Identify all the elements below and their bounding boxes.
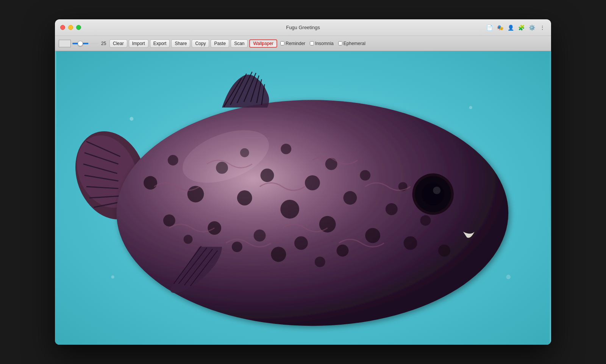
doc-icon[interactable]: 📄 [486, 24, 493, 31]
titlebar-icons: 📄 🎭 👤 🧩 ⚙️ ⋮ [486, 24, 546, 31]
insomnia-checkbox[interactable] [310, 41, 314, 45]
svg-point-25 [365, 228, 380, 243]
svg-point-35 [232, 241, 242, 252]
wallpaper-button[interactable]: Wallpaper [249, 39, 277, 48]
svg-point-26 [386, 203, 398, 215]
insomnia-label: Insomnia [315, 41, 334, 46]
svg-point-38 [294, 236, 308, 250]
svg-point-31 [438, 244, 450, 257]
maximize-button[interactable] [76, 25, 81, 30]
svg-point-29 [420, 215, 431, 226]
canvas-area[interactable] [55, 51, 551, 345]
gear-icon[interactable]: ⚙️ [528, 24, 535, 31]
svg-point-16 [237, 190, 252, 205]
ephemeral-label: Ephemeral [344, 41, 365, 46]
svg-point-33 [184, 235, 193, 244]
svg-point-32 [163, 215, 175, 227]
puzzle-icon[interactable]: 🧩 [518, 24, 525, 31]
reminder-checkbox[interactable] [280, 41, 284, 45]
scan-button[interactable]: Scan [231, 39, 248, 48]
svg-point-58 [469, 106, 472, 109]
slider-value: 25 [101, 41, 108, 46]
svg-point-18 [281, 144, 291, 154]
svg-point-40 [337, 244, 349, 257]
reminder-checkbox-label[interactable]: Reminder [280, 41, 305, 46]
insomnia-checkbox-label[interactable]: Insomnia [310, 41, 334, 46]
svg-point-39 [315, 257, 325, 267]
svg-point-22 [319, 216, 336, 233]
ephemeral-checkbox[interactable] [338, 41, 342, 45]
svg-point-59 [506, 275, 511, 279]
toolbar: 25 Clear Import Export Share Copy Paste … [55, 36, 551, 51]
svg-point-37 [271, 247, 286, 262]
paste-button[interactable]: Paste [211, 39, 229, 48]
svg-point-36 [254, 230, 266, 242]
svg-point-19 [280, 200, 299, 219]
svg-point-24 [360, 170, 370, 180]
traffic-lights [60, 25, 81, 30]
fish-illustration [55, 51, 551, 345]
titlebar: Fugu Greetings 📄 🎭 👤 🧩 ⚙️ ⋮ [55, 19, 551, 36]
reminder-label: Reminder [286, 41, 305, 46]
more-icon[interactable]: ⋮ [539, 24, 546, 31]
svg-point-28 [404, 236, 417, 250]
svg-point-60 [111, 275, 114, 278]
svg-point-55 [422, 183, 444, 205]
svg-point-12 [168, 155, 178, 166]
close-button[interactable] [60, 25, 65, 30]
checkbox-group: Reminder Insomnia Ephemeral [280, 41, 365, 46]
svg-point-21 [325, 158, 337, 170]
color-swatch[interactable] [59, 40, 71, 47]
minimize-button[interactable] [68, 25, 73, 30]
share-button[interactable]: Share [171, 39, 190, 48]
clear-button[interactable]: Clear [109, 39, 127, 48]
ephemeral-checkbox-label[interactable]: Ephemeral [338, 41, 365, 46]
export-button[interactable]: Export [150, 39, 170, 48]
slider-container: 25 [72, 41, 108, 46]
svg-point-11 [144, 176, 157, 190]
import-button[interactable]: Import [129, 39, 148, 48]
app-window: Fugu Greetings 📄 🎭 👤 🧩 ⚙️ ⋮ 25 Clear Imp… [55, 19, 551, 345]
svg-point-20 [305, 175, 320, 190]
svg-point-57 [130, 117, 133, 121]
copy-button[interactable]: Copy [192, 39, 209, 48]
brush-size-slider[interactable] [72, 43, 99, 44]
svg-point-23 [343, 191, 357, 205]
user1-icon[interactable]: 🎭 [497, 24, 503, 31]
svg-point-17 [261, 168, 274, 182]
user2-icon[interactable]: 👤 [507, 24, 514, 31]
window-title: Fugu Greetings [286, 25, 320, 30]
